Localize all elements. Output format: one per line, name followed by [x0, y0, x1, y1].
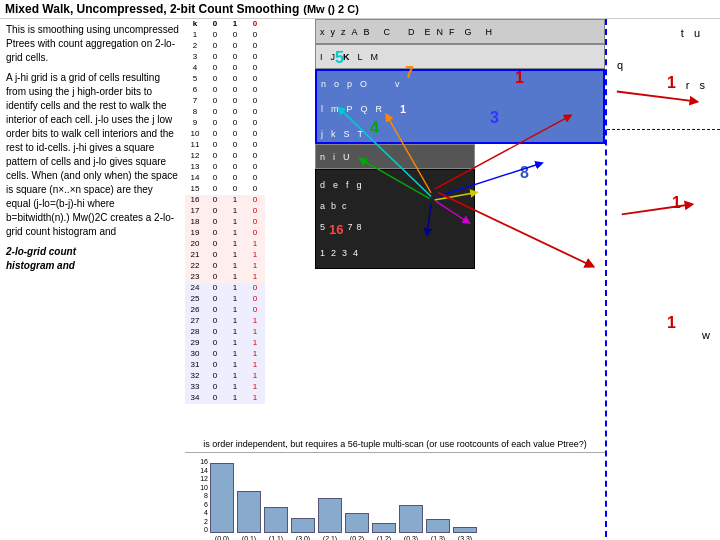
intro-text: This is smoothing using uncompressed Ptr…: [6, 23, 179, 65]
num-7-label: 7: [405, 64, 414, 82]
num-1-bot: 1: [667, 314, 676, 332]
lbl-z: z: [341, 27, 346, 37]
title-main: Mixed Walk, Uncompressed, 2-bit Count Sm…: [5, 2, 299, 16]
lbl-8: 8: [357, 222, 362, 237]
bar-label-00: (0,0): [215, 535, 229, 540]
lbl-k: k: [331, 129, 336, 139]
bar-label-33: (3,3): [458, 535, 472, 540]
lbl-T: T: [358, 129, 364, 139]
y-4: 4: [190, 509, 208, 516]
bar-01: [237, 491, 261, 533]
bar-00: [210, 463, 234, 533]
lbl-U: U: [343, 152, 350, 162]
vis-wrapper: x y z A B C D E N F G H I J K: [315, 19, 605, 439]
dark-bottom-section: d e f g a b c 5 16 7 8: [315, 169, 475, 269]
bar-label-13: (1,3): [431, 535, 445, 540]
num-1-label: 1: [515, 69, 524, 87]
lbl-I: I: [320, 52, 323, 62]
y-axis: 16 14 12 10 8 6 4 2 0: [190, 458, 208, 533]
lbl-B: B: [364, 27, 370, 37]
lbl-d: d: [320, 180, 325, 190]
lbl-D: D: [408, 27, 415, 37]
bar-group-13: (1,3): [426, 519, 450, 540]
blue-section: n o p O v l m P Q R 1: [315, 69, 605, 144]
num-3-label: 3: [490, 109, 499, 127]
num-5-label: 5: [335, 49, 344, 67]
blue-row-3: j k S T: [317, 121, 603, 146]
y-8: 8: [190, 492, 208, 499]
lbl-S: S: [344, 129, 350, 139]
lbl-C: C: [384, 27, 391, 37]
bars-container: (0,0) (0,1) (1,1) (3,0): [210, 455, 477, 540]
center-area: k010 1000 2000 3000 4000 5000 6000 7000 …: [185, 19, 605, 540]
number-table: k010 1000 2000 3000 4000 5000 6000 7000 …: [185, 19, 265, 404]
bar-group-30: (3,0): [291, 518, 315, 540]
lbl-n: n: [321, 79, 326, 89]
lbl-n2: n: [320, 152, 325, 162]
bar-group-33: (3,3): [453, 527, 477, 540]
bar-group-12: (1,2): [372, 523, 396, 540]
lbl-3: 3: [342, 248, 347, 258]
lbl-l: l: [321, 104, 323, 114]
lbl-o: o: [334, 79, 339, 89]
lbl-y: y: [331, 27, 336, 37]
y-10: 10: [190, 484, 208, 491]
num-4-label: 4: [370, 119, 379, 137]
bar-03: [399, 505, 423, 533]
num-1-top: 1: [667, 74, 676, 92]
bar-label-02: (0,2): [350, 535, 364, 540]
lbl-5: 5: [320, 222, 325, 237]
bar-group-01: (0,1): [237, 491, 261, 540]
lbl-R: R: [376, 104, 383, 114]
y-16: 16: [190, 458, 208, 465]
svg-line-9: [617, 92, 696, 102]
bar-label-21: (2,1): [323, 535, 337, 540]
bar-chart: 16 14 12 10 8 6 4 2 0 (0,0): [185, 452, 605, 540]
lbl-c: c: [342, 201, 347, 211]
lbl-g: g: [357, 180, 362, 190]
y-6: 6: [190, 501, 208, 508]
num-1-right: 1: [400, 103, 406, 115]
lbl-f: f: [346, 180, 349, 190]
lbl-16: 16: [329, 222, 343, 237]
lbl-x: x: [320, 27, 325, 37]
lbl-v: v: [395, 79, 400, 89]
bar-21: [318, 498, 342, 533]
lbl-7: 7: [347, 222, 352, 237]
y-14: 14: [190, 467, 208, 474]
y-2: 2: [190, 518, 208, 525]
y-12: 12: [190, 475, 208, 482]
vis-grid: x y z A B C D E N F G H I J K: [315, 19, 605, 439]
right-panel-inner: t u q r s 1 1 1 w: [607, 19, 720, 454]
blue-row-2: l m P Q R 1: [317, 96, 603, 121]
dark-row: n i U: [315, 144, 475, 169]
dfg-row: d e f g: [320, 180, 470, 190]
lbl-M: M: [371, 52, 379, 62]
lbl-Q: Q: [361, 104, 368, 114]
lbl-m: m: [331, 104, 339, 114]
lbl-e: e: [333, 180, 338, 190]
lbl-u: u: [694, 27, 700, 39]
right-top-labels: t u: [681, 27, 700, 39]
lbl-G: G: [465, 27, 472, 37]
lbl-4: 4: [353, 248, 358, 258]
title-abbrev: (Mw () 2 C): [303, 3, 359, 15]
title-bar: Mixed Walk, Uncompressed, 2-bit Count Sm…: [0, 0, 720, 19]
main-content: This is smoothing using uncompressed Ptr…: [0, 19, 720, 540]
num-8-label: 8: [520, 164, 529, 182]
numbers-row: 5 16 7 8: [320, 222, 470, 237]
bar-group-21: (2,1): [318, 498, 342, 540]
top-row: x y z A B C D E N F G H: [315, 19, 605, 44]
lbl-F: F: [449, 27, 455, 37]
bar-02: [345, 513, 369, 533]
lbl-p: p: [347, 79, 352, 89]
lbl-q: q: [617, 59, 623, 71]
lbl-L: L: [358, 52, 363, 62]
bar-group-03: (0,3): [399, 505, 423, 540]
bar-group-11: (1,1): [264, 507, 288, 540]
bar-group-02: (0,2): [345, 513, 369, 540]
left-panel: This is smoothing using uncompressed Ptr…: [0, 19, 185, 540]
lbl-2: 2: [331, 248, 336, 258]
lbl-E: E: [425, 27, 431, 37]
bar-33: [453, 527, 477, 533]
